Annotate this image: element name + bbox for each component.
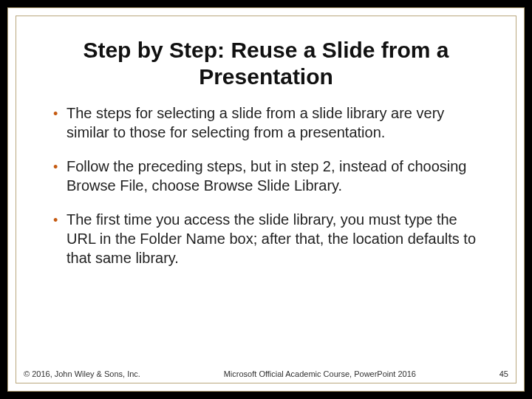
slide-body: • The steps for selecting a slide from a… [16, 103, 516, 267]
footer-copyright: © 2016, John Wiley & Sons, Inc. [24, 369, 140, 378]
footer-course-name: Microsoft Official Academic Course, Powe… [140, 369, 499, 378]
slide-inner-frame: Step by Step: Reuse a Slide from a Prese… [16, 16, 516, 383]
bullet-text: The first time you access the slide libr… [66, 210, 479, 267]
bullet-item: • Follow the preceding steps, but in ste… [53, 157, 479, 195]
bullet-marker-icon: • [53, 157, 66, 177]
bullet-item: • The steps for selecting a slide from a… [53, 103, 479, 142]
bullet-text: The steps for selecting a slide from a s… [66, 103, 479, 142]
bullet-marker-icon: • [53, 210, 66, 230]
slide-title: Step by Step: Reuse a Slide from a Prese… [16, 16, 516, 103]
slide-footer: © 2016, John Wiley & Sons, Inc. Microsof… [16, 369, 516, 378]
bullet-item: • The first time you access the slide li… [53, 210, 479, 267]
bullet-text: Follow the preceding steps, but in step … [66, 157, 479, 195]
bullet-marker-icon: • [53, 103, 66, 123]
footer-page-number: 45 [499, 369, 508, 378]
slide-outer-frame: Step by Step: Reuse a Slide from a Prese… [7, 7, 525, 392]
